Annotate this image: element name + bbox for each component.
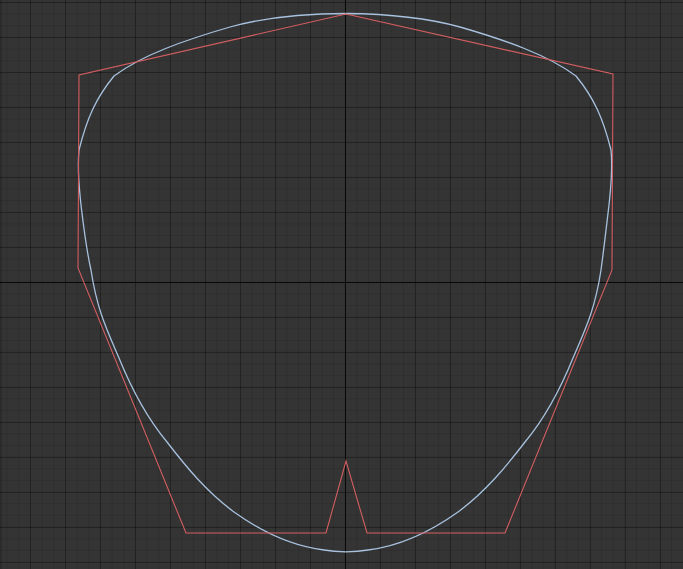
viewport-3d[interactable] bbox=[0, 0, 683, 569]
spline-curve[interactable] bbox=[78, 14, 612, 552]
curve-canvas bbox=[0, 0, 683, 569]
control-polygon[interactable] bbox=[78, 14, 613, 533]
